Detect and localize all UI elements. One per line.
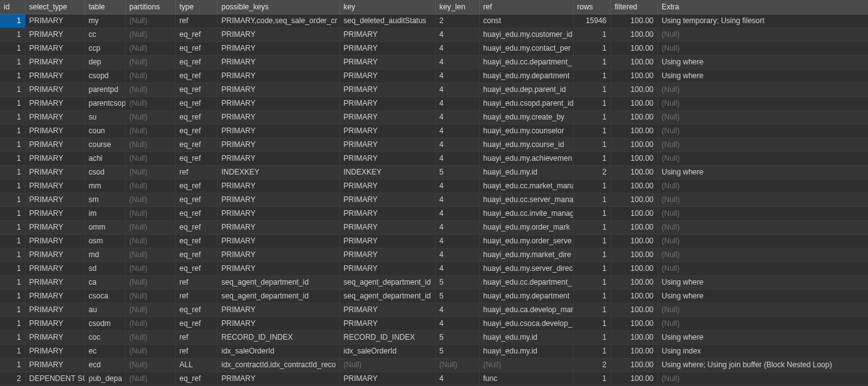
cell-key[interactable]: PRIMARY [339,55,435,69]
cell-extra[interactable]: (Null) [658,28,868,41]
column-header-table[interactable]: table [85,0,125,14]
cell-extra[interactable]: Using temporary; Using filesort [658,14,868,28]
cell-table[interactable]: csod [85,165,125,179]
cell-key_len[interactable]: 4 [435,303,479,317]
cell-table[interactable]: omm [85,220,125,234]
cell-possible_keys[interactable]: PRIMARY [217,28,339,41]
cell-key_len[interactable]: 5 [435,275,479,289]
cell-id[interactable]: 1 [0,55,25,69]
cell-rows[interactable]: 1 [573,220,611,234]
table-row[interactable]: 1PRIMARYcourse(Null)eq_refPRIMARYPRIMARY… [0,138,868,151]
cell-select_type[interactable]: PRIMARY [25,289,85,303]
cell-key[interactable]: PRIMARY [339,151,435,165]
cell-filtered[interactable]: 100.00 [611,330,658,344]
table-row[interactable]: 1PRIMARYosm(Null)eq_refPRIMARYPRIMARY4hu… [0,234,868,248]
cell-ref[interactable]: huayi_edu.my.server_direc [479,262,573,275]
column-header-partitions[interactable]: partitions [125,0,175,14]
cell-filtered[interactable]: 100.00 [611,151,658,165]
cell-id[interactable]: 1 [0,138,25,151]
cell-table[interactable]: su [85,110,125,124]
cell-id[interactable]: 1 [0,248,25,262]
cell-type[interactable]: eq_ref [175,124,217,138]
cell-ref[interactable]: huayi_edu.my.id [479,165,573,179]
cell-partitions[interactable]: (Null) [125,372,175,385]
cell-partitions[interactable]: (Null) [125,165,175,179]
cell-possible_keys[interactable]: PRIMARY [217,248,339,262]
cell-key[interactable]: PRIMARY [339,28,435,41]
cell-partitions[interactable]: (Null) [125,289,175,303]
cell-key[interactable]: PRIMARY [339,41,435,55]
cell-possible_keys[interactable]: PRIMARY [217,138,339,151]
cell-possible_keys[interactable]: INDEXKEY [217,165,339,179]
cell-ref[interactable]: huayi_edu.csopd.parent_id [479,96,573,110]
cell-key[interactable]: seq_agent_department_id [339,275,435,289]
cell-key_len[interactable]: 4 [435,206,479,220]
cell-partitions[interactable]: (Null) [125,96,175,110]
table-row[interactable]: 1PRIMARYca(Null)refseq_agent_department_… [0,275,868,289]
table-row[interactable]: 2DEPENDENT SUpub_depa(Null)eq_refPRIMARY… [0,372,868,385]
cell-rows[interactable]: 1 [573,138,611,151]
cell-select_type[interactable]: PRIMARY [25,96,85,110]
cell-extra[interactable]: (Null) [658,234,868,248]
cell-partitions[interactable]: (Null) [125,317,175,330]
cell-rows[interactable]: 1 [573,330,611,344]
cell-key_len[interactable]: 4 [435,55,479,69]
cell-key_len[interactable]: 4 [435,69,479,83]
cell-key_len[interactable]: 4 [435,248,479,262]
cell-extra[interactable]: Using where [658,289,868,303]
cell-filtered[interactable]: 100.00 [611,234,658,248]
cell-ref[interactable]: huayi_edu.cc.server_mana [479,193,573,206]
cell-filtered[interactable]: 100.00 [611,41,658,55]
cell-filtered[interactable]: 100.00 [611,28,658,41]
cell-type[interactable]: eq_ref [175,41,217,55]
cell-select_type[interactable]: PRIMARY [25,83,85,96]
cell-select_type[interactable]: PRIMARY [25,165,85,179]
explain-result-table[interactable]: idselect_typetablepartitionstypepossible… [0,0,868,386]
cell-rows[interactable]: 1 [573,303,611,317]
cell-type[interactable]: eq_ref [175,83,217,96]
table-row[interactable]: 1PRIMARYec(Null)refidx_saleOrderIdidx_sa… [0,344,868,358]
cell-key_len[interactable]: 4 [435,372,479,385]
cell-id[interactable]: 1 [0,124,25,138]
cell-rows[interactable]: 1 [573,248,611,262]
cell-key_len[interactable]: 5 [435,330,479,344]
cell-key[interactable]: seq_agent_department_id [339,289,435,303]
cell-table[interactable]: ec [85,344,125,358]
cell-id[interactable]: 1 [0,358,25,372]
table-row[interactable]: 1PRIMARYsu(Null)eq_refPRIMARYPRIMARY4hua… [0,110,868,124]
cell-table[interactable]: pub_depa [85,372,125,385]
column-header-type[interactable]: type [175,0,217,14]
cell-select_type[interactable]: PRIMARY [25,206,85,220]
cell-partitions[interactable]: (Null) [125,14,175,28]
cell-key_len[interactable]: 4 [435,262,479,275]
cell-id[interactable]: 1 [0,41,25,55]
cell-key[interactable]: idx_saleOrderId [339,344,435,358]
cell-extra[interactable]: Using where [658,165,868,179]
cell-key[interactable]: PRIMARY [339,138,435,151]
cell-type[interactable]: ref [175,165,217,179]
cell-possible_keys[interactable]: PRIMARY,code,seq_sale_order_cr [217,14,339,28]
cell-rows[interactable]: 1 [573,289,611,303]
table-row[interactable]: 1PRIMARYdep(Null)eq_refPRIMARYPRIMARY4hu… [0,55,868,69]
cell-partitions[interactable]: (Null) [125,83,175,96]
cell-key[interactable]: PRIMARY [339,96,435,110]
cell-type[interactable]: eq_ref [175,303,217,317]
cell-extra[interactable]: Using where [658,55,868,69]
cell-filtered[interactable]: 100.00 [611,303,658,317]
column-header-key_len[interactable]: key_len [435,0,479,14]
cell-ref[interactable]: huayi_edu.my.course_id [479,138,573,151]
cell-select_type[interactable]: PRIMARY [25,151,85,165]
cell-filtered[interactable]: 100.00 [611,262,658,275]
cell-ref[interactable]: huayi_edu.dep.parent_id [479,83,573,96]
cell-type[interactable]: ref [175,330,217,344]
cell-rows[interactable]: 1 [573,275,611,289]
cell-table[interactable]: md [85,248,125,262]
cell-table[interactable]: mm [85,179,125,193]
cell-ref[interactable]: (Null) [479,358,573,372]
cell-type[interactable]: eq_ref [175,138,217,151]
cell-id[interactable]: 1 [0,110,25,124]
cell-possible_keys[interactable]: PRIMARY [217,96,339,110]
cell-key[interactable]: PRIMARY [339,206,435,220]
cell-ref[interactable]: huayi_edu.my.order_serve [479,234,573,248]
cell-ref[interactable]: huayi_edu.my.id [479,344,573,358]
